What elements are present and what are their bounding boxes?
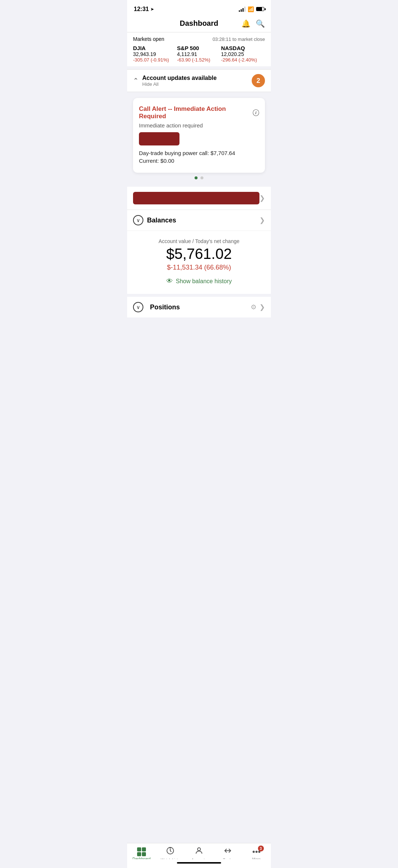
balances-chevron-right: ❯	[259, 216, 265, 224]
wifi-icon: 📶	[248, 6, 254, 12]
battery-icon	[256, 6, 264, 13]
signal-icon	[239, 7, 245, 12]
djia-change: -305.07 (-0.91%)	[133, 57, 177, 63]
balances-content: Account value / Today's net change $5,76…	[127, 231, 271, 294]
eye-icon: 👁	[166, 277, 173, 285]
alert-subtitle: Immediate action required	[139, 122, 259, 129]
positions-title: Positions	[150, 303, 251, 311]
positions-icon: ∨	[133, 302, 143, 312]
sp500-name: S&P 500	[177, 45, 221, 51]
chevron-right-icon: ❯	[259, 194, 265, 202]
djia-name: DJIA	[133, 45, 177, 51]
balances-header[interactable]: ∨ Balances ❯	[127, 210, 271, 231]
account-updates-banner[interactable]: ⌃ Account updates available Hide All 2	[127, 69, 271, 92]
positions-chevron-right: ❯	[259, 303, 265, 311]
dot-2[interactable]	[200, 176, 203, 179]
alert-detail-2: Current: $0.00	[139, 158, 259, 164]
nasdaq-change: -296.64 (-2.40%)	[221, 57, 265, 63]
account-row[interactable]: ❯	[127, 187, 271, 210]
updates-title: Account updates available	[142, 75, 252, 81]
balance-label: Account value / Today's net change	[133, 238, 265, 244]
dot-1[interactable]	[195, 176, 198, 179]
alert-card: Call Alert -- Immediate Action Required …	[133, 98, 265, 173]
market-status: Markets open	[133, 36, 164, 42]
market-indices: DJIA 32,943.19 -305.07 (-0.91%) S&P 500 …	[133, 45, 265, 63]
chevron-up-icon: ⌃	[133, 77, 139, 85]
status-icons: 📶	[239, 6, 264, 13]
cards-area: Call Alert -- Immediate Action Required …	[127, 92, 271, 187]
nasdaq-value: 12,020.25	[221, 51, 265, 57]
nasdaq-name: NASDAQ	[221, 45, 265, 51]
updates-badge: 2	[252, 74, 265, 87]
page-title: Dashboard	[180, 19, 218, 28]
positions-section[interactable]: ∨ Positions ⚙ ❯	[127, 297, 271, 317]
search-icon[interactable]: 🔍	[256, 19, 265, 28]
djia-value: 32,943.19	[133, 51, 177, 57]
sp500-index: S&P 500 4,112.91 -63.90 (-1.52%)	[177, 45, 221, 63]
balance-change: $-11,531.34 (66.68%)	[133, 264, 265, 271]
gear-icon[interactable]: ⚙	[251, 303, 256, 311]
show-history-button[interactable]: 👁 Show balance history	[166, 277, 232, 285]
sp500-value: 4,112.91	[177, 51, 221, 57]
redacted-account-name	[133, 192, 259, 204]
alert-detail-1: Day-trade buying power call: $7,707.64	[139, 150, 259, 156]
market-countdown: 03:28:11 to market close	[213, 36, 265, 42]
info-icon[interactable]: i	[253, 109, 259, 116]
card-dots	[133, 173, 265, 181]
circle-check-icon: ∨	[133, 215, 143, 225]
redacted-account-info	[139, 132, 179, 145]
nasdaq-index: NASDAQ 12,020.25 -296.64 (-2.40%)	[221, 45, 265, 63]
hide-all-button[interactable]: Hide All	[142, 81, 252, 87]
balances-title: Balances	[147, 217, 259, 224]
notifications-icon[interactable]: 🔔	[241, 19, 251, 28]
app-header: Dashboard 🔔 🔍	[127, 16, 271, 32]
show-history-label: Show balance history	[176, 278, 232, 285]
balances-section: ∨ Balances ❯ Account value / Today's net…	[127, 210, 271, 294]
location-icon: ➤	[150, 7, 154, 12]
status-time: 12:31	[134, 6, 149, 13]
market-bar: Markets open 03:28:11 to market close DJ…	[127, 32, 271, 66]
balance-value: $5,761.02	[133, 246, 265, 262]
alert-card-title: Call Alert -- Immediate Action Required …	[139, 105, 259, 120]
djia-index: DJIA 32,943.19 -305.07 (-0.91%)	[133, 45, 177, 63]
status-bar: 12:31 ➤ 📶	[127, 0, 271, 16]
sp500-change: -63.90 (-1.52%)	[177, 57, 221, 63]
